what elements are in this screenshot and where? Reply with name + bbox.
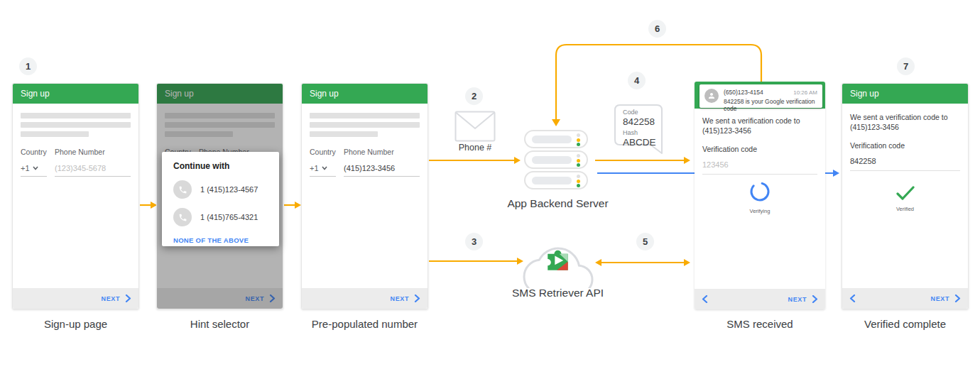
backend-server-icon bbox=[524, 130, 591, 191]
caption-prepopulated: Pre-populated number bbox=[301, 318, 428, 330]
backend-server-label: App Backend Server bbox=[471, 197, 645, 210]
country-code-select[interactable]: +1 bbox=[21, 164, 47, 177]
signup-header: Sign up bbox=[842, 84, 968, 104]
verified-phone-panel: Sign up We sent a verification code to (… bbox=[842, 83, 969, 309]
verified-label: Verified bbox=[842, 206, 968, 212]
step-badge-3: 3 bbox=[465, 233, 483, 250]
placeholder-text-bars bbox=[21, 113, 131, 137]
verification-code-label: Verification code bbox=[702, 145, 817, 153]
sent-code-line1: We sent a verification code to bbox=[850, 112, 960, 122]
diagram-stage: 1 2 3 4 5 6 7 Sign up Country Phone Numb… bbox=[0, 0, 980, 369]
play-services-puzzle-icon bbox=[542, 244, 573, 275]
step-badge-2: 2 bbox=[465, 87, 483, 105]
next-button[interactable]: NEXT bbox=[931, 294, 961, 302]
country-code-value: +1 bbox=[310, 164, 319, 172]
text-bar bbox=[310, 122, 420, 128]
next-label: NEXT bbox=[788, 296, 807, 303]
none-of-the-above-button[interactable]: NONE OF THE ABOVE bbox=[173, 236, 279, 244]
text-bar bbox=[310, 113, 420, 119]
hash-label: Hash bbox=[623, 130, 656, 136]
flow-arrows bbox=[0, 0, 980, 369]
text-bar bbox=[310, 131, 378, 137]
verifying-label: Verifying bbox=[695, 208, 825, 214]
signup-phone-panel: Sign up Country Phone Number +1 (123)345… bbox=[12, 83, 139, 309]
step-badge-7: 7 bbox=[897, 57, 915, 75]
chevron-right-icon bbox=[812, 295, 818, 303]
phone-hint-option-2[interactable]: 1 (415)765-4321 bbox=[173, 208, 279, 226]
avatar-icon bbox=[704, 89, 719, 103]
phone-number-input[interactable]: (415)123-3456 bbox=[344, 164, 420, 177]
chevron-down-icon bbox=[322, 166, 327, 170]
chevron-right-icon bbox=[414, 294, 420, 302]
chevron-down-icon bbox=[33, 166, 38, 170]
back-button[interactable] bbox=[849, 294, 856, 302]
caption-signup-page: Sign-up page bbox=[12, 318, 139, 330]
verification-code-input[interactable]: 842258 bbox=[850, 157, 960, 171]
phone-hint-number: 1 (415)123-4567 bbox=[200, 185, 258, 194]
next-label: NEXT bbox=[391, 295, 409, 302]
country-code-value: +1 bbox=[21, 164, 30, 172]
sent-code-line2: (415)123-3456 bbox=[850, 122, 960, 132]
chevron-left-icon bbox=[849, 294, 856, 302]
country-label: Country bbox=[21, 148, 47, 156]
phone-number-input[interactable]: (123)345-5678 bbox=[55, 164, 131, 177]
next-button[interactable]: NEXT bbox=[391, 294, 420, 302]
code-value: 842258 bbox=[623, 117, 656, 127]
dialog-title: Continue with bbox=[173, 161, 279, 171]
next-label: NEXT bbox=[931, 295, 949, 302]
phone-hash-label: Phone # bbox=[446, 143, 504, 153]
back-button[interactable] bbox=[702, 295, 708, 303]
step-badge-5: 5 bbox=[636, 233, 654, 250]
prepopulated-phone-panel: Sign up Country Phone Number +1 (415)123… bbox=[301, 83, 428, 309]
notification-message: 842258 is your Google verification code bbox=[724, 98, 817, 112]
signup-header: Sign up bbox=[13, 84, 138, 104]
phone-icon bbox=[173, 180, 192, 199]
phone-hint-option-1[interactable]: 1 (415)123-4567 bbox=[173, 180, 279, 199]
verifying-spinner-icon bbox=[749, 181, 771, 202]
phone-icon bbox=[173, 208, 192, 226]
next-button[interactable]: NEXT bbox=[102, 294, 131, 302]
notification-sender: (650)123-4154 bbox=[724, 89, 763, 96]
step-badge-4: 4 bbox=[628, 72, 646, 89]
phone-hint-number: 1 (415)765-4321 bbox=[200, 213, 258, 221]
caption-verified-complete: Verified complete bbox=[842, 318, 969, 330]
sms-phone-header: (650)123-4154 10:26 AM 842258 is your Go… bbox=[695, 82, 825, 109]
country-label: Country bbox=[310, 148, 336, 156]
next-label: NEXT bbox=[102, 295, 120, 302]
sms-notification[interactable]: (650)123-4154 10:26 AM 842258 is your Go… bbox=[699, 84, 822, 108]
verified-check-icon bbox=[896, 186, 915, 200]
signup-header: Sign up bbox=[302, 84, 428, 104]
chevron-left-icon bbox=[702, 295, 708, 303]
code-label: Code bbox=[623, 109, 656, 116]
sent-code-line1: We sent a verification code to bbox=[702, 116, 817, 126]
text-bar bbox=[21, 131, 89, 137]
text-bar bbox=[21, 113, 131, 119]
notification-time: 10:26 AM bbox=[793, 89, 817, 96]
phone-number-label: Phone Number bbox=[344, 148, 394, 156]
next-button[interactable]: NEXT bbox=[788, 295, 818, 303]
verification-code-input[interactable]: 123456 bbox=[702, 160, 817, 175]
phone-number-label: Phone Number bbox=[55, 148, 105, 156]
text-bar bbox=[21, 122, 131, 128]
code-hash-text: Code 842258 Hash ABCDE bbox=[623, 109, 656, 150]
hint-selector-dialog: Continue with 1 (415)123-4567 1 (415)765… bbox=[162, 152, 279, 246]
sms-received-phone-panel: (650)123-4154 10:26 AM 842258 is your Go… bbox=[695, 82, 825, 309]
caption-sms-received: SMS received bbox=[695, 318, 825, 330]
sent-code-line2: (415)123-3456 bbox=[702, 126, 817, 136]
caption-hint-selector: Hint selector bbox=[156, 318, 283, 330]
hash-value: ABCDE bbox=[623, 138, 656, 148]
country-code-select[interactable]: +1 bbox=[310, 164, 336, 177]
sms-retriever-api-label: SMS Retriever API bbox=[485, 287, 631, 299]
envelope-icon bbox=[454, 111, 496, 142]
hint-selector-phone-panel: Sign up Country Phone Number +1 NEXT Con… bbox=[156, 83, 283, 309]
step-badge-6: 6 bbox=[648, 20, 666, 38]
verification-code-label: Verification code bbox=[850, 141, 960, 150]
chevron-right-icon bbox=[954, 294, 961, 302]
chevron-right-icon bbox=[125, 294, 131, 302]
step-badge-1: 1 bbox=[19, 57, 37, 75]
